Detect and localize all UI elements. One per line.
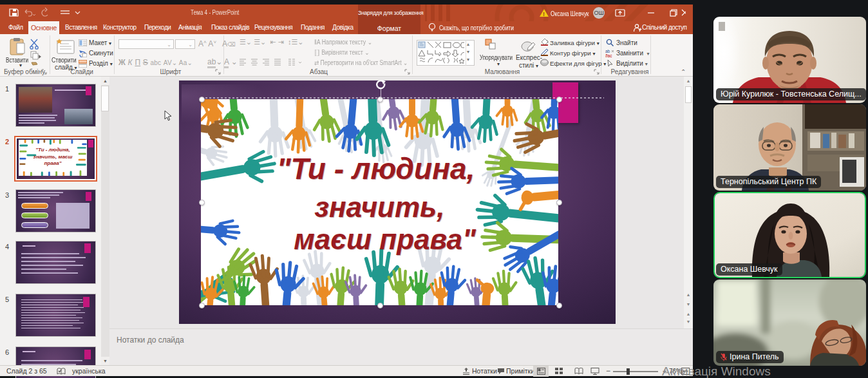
svg-text:ϑac: ϑac <box>605 53 612 58</box>
